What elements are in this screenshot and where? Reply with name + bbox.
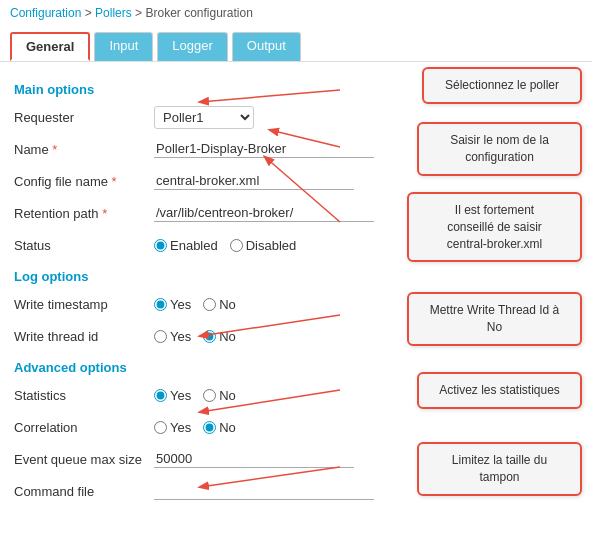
- label-correlation: Correlation: [14, 420, 154, 435]
- tab-general[interactable]: General: [10, 32, 90, 61]
- callout-stats: Activez les statistiques: [417, 372, 582, 409]
- label-name: Name *: [14, 142, 154, 157]
- radio-thread-no[interactable]: No: [203, 329, 236, 344]
- callout-name: Saisir le nom de laconfiguration: [417, 122, 582, 176]
- input-command-file[interactable]: [154, 482, 374, 500]
- label-command-file: Command file: [14, 484, 154, 499]
- radio-input-timestamp-no[interactable]: [203, 298, 216, 311]
- radio-status-disabled[interactable]: Disabled: [230, 238, 297, 253]
- radio-thread-yes[interactable]: Yes: [154, 329, 191, 344]
- breadcrumb-pollers[interactable]: Pollers: [95, 6, 132, 20]
- radio-input-thread-no[interactable]: [203, 330, 216, 343]
- tab-logger[interactable]: Logger: [157, 32, 227, 61]
- radio-input-enabled[interactable]: [154, 239, 167, 252]
- select-requester[interactable]: Poller1: [154, 106, 254, 129]
- radio-correlation-yes[interactable]: Yes: [154, 420, 191, 435]
- label-write-thread-id: Write thread id: [14, 329, 154, 344]
- radio-input-correlation-yes[interactable]: [154, 421, 167, 434]
- tab-input[interactable]: Input: [94, 32, 153, 61]
- label-config-file-name: Config file name *: [14, 174, 154, 189]
- label-write-timestamp: Write timestamp: [14, 297, 154, 312]
- callout-config: Il est fortementconseillé de saisircentr…: [407, 192, 582, 262]
- tab-bar: General Input Logger Output: [0, 26, 592, 62]
- radio-input-disabled[interactable]: [230, 239, 243, 252]
- breadcrumb-current: Broker configuration: [145, 6, 252, 20]
- radio-input-thread-yes[interactable]: [154, 330, 167, 343]
- row-correlation: Correlation Yes No: [14, 413, 578, 441]
- tab-output[interactable]: Output: [232, 32, 301, 61]
- breadcrumb: Configuration > Pollers > Broker configu…: [0, 0, 592, 26]
- callout-poller: Sélectionnez le poller: [422, 67, 582, 104]
- input-event-queue-max-size[interactable]: [154, 450, 354, 468]
- radio-timestamp-yes[interactable]: Yes: [154, 297, 191, 312]
- radio-timestamp-no[interactable]: No: [203, 297, 236, 312]
- callout-tampon: Limitez la taille dutampon: [417, 442, 582, 496]
- label-status: Status: [14, 238, 154, 253]
- radio-status-enabled[interactable]: Enabled: [154, 238, 218, 253]
- section-log-options: Log options: [14, 269, 578, 284]
- input-name[interactable]: [154, 140, 374, 158]
- radio-statistics-yes[interactable]: Yes: [154, 388, 191, 403]
- main-content: Main options Requester Poller1 Name * Co…: [0, 62, 592, 519]
- radio-input-timestamp-yes[interactable]: [154, 298, 167, 311]
- label-retention-path: Retention path *: [14, 206, 154, 221]
- radio-statistics-no[interactable]: No: [203, 388, 236, 403]
- radio-input-statistics-no[interactable]: [203, 389, 216, 402]
- radio-input-statistics-yes[interactable]: [154, 389, 167, 402]
- callout-thread: Mettre Write Thread Id àNo: [407, 292, 582, 346]
- input-config-file-name[interactable]: [154, 172, 354, 190]
- radio-input-correlation-no[interactable]: [203, 421, 216, 434]
- input-retention-path[interactable]: [154, 204, 374, 222]
- label-requester: Requester: [14, 110, 154, 125]
- label-event-queue-max-size: Event queue max size: [14, 452, 154, 467]
- breadcrumb-configuration[interactable]: Configuration: [10, 6, 81, 20]
- radio-correlation-no[interactable]: No: [203, 420, 236, 435]
- label-statistics: Statistics: [14, 388, 154, 403]
